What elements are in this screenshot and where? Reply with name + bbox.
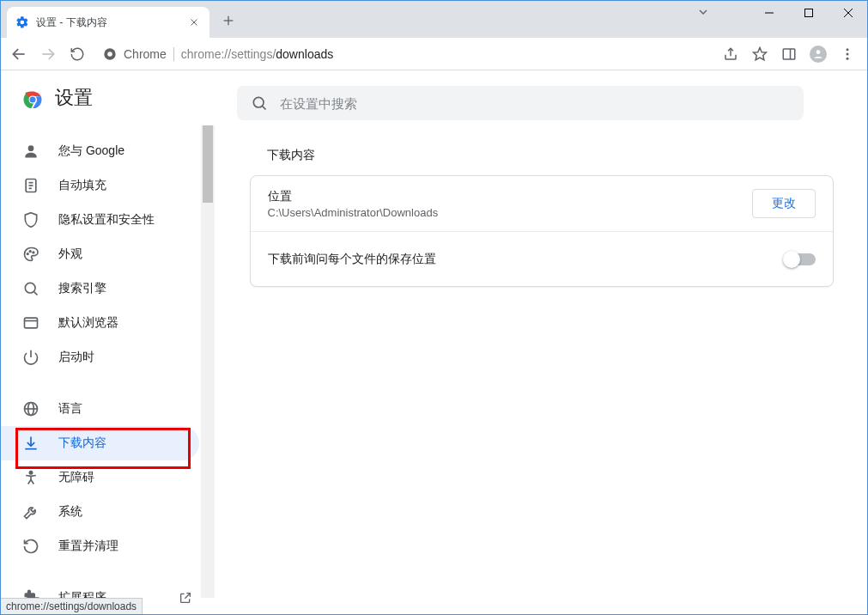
browser-toolbar: Chrome chrome://settings/downloads [0, 38, 868, 70]
download-location-row: 位置 C:\Users\Administrator\Downloads 更改 [251, 176, 833, 231]
ask-before-download-row: 下载前询问每个文件的保存位置 [251, 231, 833, 286]
restore-icon [22, 538, 39, 555]
sidebar-item-label: 您与 Google [58, 143, 124, 159]
settings-content: 下载内容 位置 C:\Users\Administrator\Downloads… [215, 70, 868, 598]
chevron-down-icon[interactable] [696, 5, 710, 22]
settings-search[interactable] [237, 86, 804, 120]
sidebar-item-shield[interactable]: 隐私设置和安全性 [0, 203, 199, 237]
svg-point-32 [25, 283, 35, 293]
svg-point-22 [253, 97, 264, 107]
globe-icon [22, 400, 39, 417]
kebab-menu-icon[interactable] [837, 44, 858, 64]
sidebar-item-accessibility[interactable]: 无障碍 [0, 460, 199, 495]
share-icon[interactable] [720, 44, 741, 64]
sidebar-item-label: 默认浏览器 [58, 315, 118, 331]
accessibility-icon [22, 469, 39, 486]
reload-button[interactable] [65, 42, 89, 66]
section-title: 下载内容 [250, 148, 834, 163]
sidebar-item-person[interactable]: 您与 Google [0, 134, 199, 168]
svg-point-16 [847, 48, 849, 51]
power-icon [22, 349, 39, 366]
svg-line-43 [185, 594, 190, 599]
settings-sidebar: 您与 Google自动填充隐私设置和安全性外观搜索引擎默认浏览器启动时语言下载内… [0, 70, 215, 598]
window-close-button[interactable] [829, 0, 868, 26]
svg-line-33 [34, 292, 38, 295]
sidebar-item-label: 重置并清理 [58, 539, 118, 554]
sidebar-scrollbar[interactable] [201, 125, 215, 598]
download-icon [22, 435, 39, 452]
browser-icon [22, 314, 39, 332]
location-label: 位置 [268, 189, 752, 204]
sidepanel-icon[interactable] [779, 44, 799, 64]
sidebar-item-globe[interactable]: 语言 [0, 392, 199, 426]
maximize-button[interactable] [789, 0, 829, 26]
window-controls [750, 0, 868, 26]
palette-icon [22, 246, 39, 263]
sidebar-item-label: 自动填充 [58, 178, 106, 193]
tab-title: 设置 - 下载内容 [36, 15, 187, 30]
profile-avatar[interactable] [808, 44, 829, 64]
person-icon [22, 143, 39, 160]
search-input[interactable] [280, 96, 790, 111]
sidebar-item-palette[interactable]: 外观 [0, 237, 199, 271]
svg-line-23 [262, 107, 265, 110]
address-bar[interactable]: Chrome chrome://settings/downloads [94, 41, 715, 67]
svg-rect-34 [25, 318, 38, 328]
sidebar-item-label: 启动时 [58, 350, 94, 365]
sidebar-item-download[interactable]: 下载内容 [0, 426, 199, 460]
sidebar-item-autofill[interactable]: 自动填充 [0, 168, 199, 203]
back-button[interactable] [7, 42, 31, 66]
svg-point-24 [28, 145, 34, 151]
sidebar-item-power[interactable]: 启动时 [0, 340, 199, 374]
svg-point-17 [847, 52, 849, 55]
window-titlebar: 设置 - 下载内容 [0, 0, 868, 38]
new-tab-button[interactable] [216, 9, 240, 33]
minimize-button[interactable] [750, 0, 789, 26]
svg-point-11 [107, 52, 112, 57]
url-text: chrome://settings/downloads [181, 47, 333, 61]
svg-point-31 [33, 252, 34, 253]
browser-tab[interactable]: 设置 - 下载内容 [7, 7, 209, 38]
sidebar-item-label: 外观 [58, 247, 82, 262]
settings-page: 设置 您与 Google自动填充隐私设置和安全性外观搜索引擎默认浏览器启动时语言… [0, 70, 868, 598]
close-icon[interactable] [187, 15, 201, 29]
svg-marker-12 [754, 47, 767, 59]
addr-separator [173, 47, 174, 61]
status-bar: chrome://settings/downloads [0, 598, 143, 615]
sidebar-item-label: 无障碍 [58, 470, 94, 485]
location-path: C:\Users\Administrator\Downloads [268, 206, 752, 219]
sidebar-item-wrench[interactable]: 系统 [0, 495, 199, 529]
svg-rect-5 [805, 9, 813, 17]
sidebar-item-label: 隐私设置和安全性 [58, 212, 155, 228]
sidebar-item-restore[interactable]: 重置并清理 [0, 529, 199, 563]
gear-icon [15, 15, 29, 29]
svg-point-42 [29, 472, 32, 474]
svg-point-29 [27, 253, 28, 255]
change-location-button[interactable]: 更改 [752, 189, 816, 218]
sidebar-item-label: 下载内容 [58, 435, 106, 451]
origin-label: Chrome [124, 47, 167, 61]
ask-toggle[interactable] [785, 253, 816, 265]
sidebar-item-label: 搜索引擎 [58, 281, 106, 296]
star-icon[interactable] [750, 44, 770, 64]
chrome-page-icon [103, 47, 117, 61]
autofill-icon [22, 177, 39, 194]
svg-point-30 [29, 251, 31, 253]
sidebar-item-browser[interactable]: 默认浏览器 [0, 306, 199, 340]
search-icon [22, 280, 39, 297]
forward-button[interactable] [36, 42, 60, 66]
toolbar-right [720, 44, 861, 64]
sidebar-item-label: 语言 [58, 401, 82, 417]
wrench-icon [22, 503, 39, 521]
external-link-icon [179, 591, 192, 605]
shield-icon [22, 211, 39, 228]
downloads-card: 位置 C:\Users\Administrator\Downloads 更改 下… [250, 175, 834, 287]
ask-label: 下载前询问每个文件的保存位置 [268, 252, 785, 267]
sidebar-item-search[interactable]: 搜索引擎 [0, 271, 199, 306]
svg-point-15 [816, 50, 821, 54]
sidebar-item-label: 系统 [58, 504, 82, 520]
search-icon [251, 94, 268, 112]
svg-point-18 [847, 57, 849, 59]
svg-rect-13 [783, 49, 795, 59]
